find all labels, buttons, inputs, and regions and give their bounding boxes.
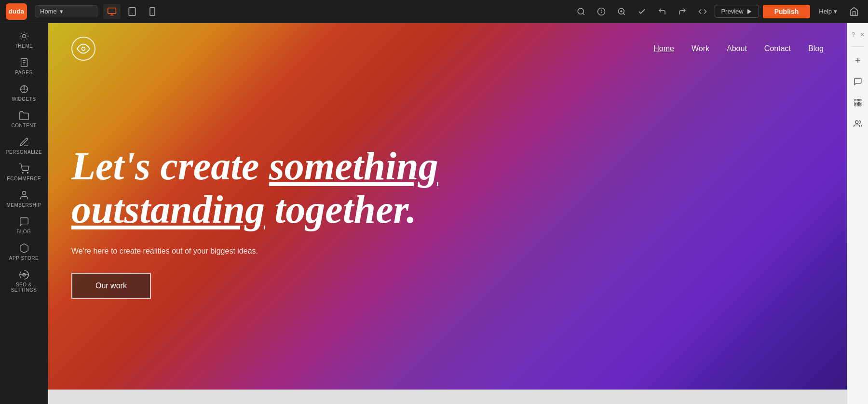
svg-point-17 bbox=[22, 34, 26, 38]
help-btn[interactable]: Help ▾ bbox=[814, 5, 842, 17]
sidebar-item-content[interactable]: CONTENT bbox=[2, 107, 46, 131]
svg-point-7 bbox=[578, 8, 584, 14]
blog-icon bbox=[19, 216, 29, 227]
right-panel: ? ✕ bbox=[847, 23, 868, 404]
help-chevron: ▾ bbox=[834, 8, 837, 15]
logo-text: duda bbox=[8, 8, 24, 15]
zoom-btn[interactable] bbox=[613, 3, 630, 20]
topbar-actions: Preview Publish Help ▾ bbox=[573, 3, 862, 20]
svg-rect-44 bbox=[857, 105, 858, 106]
nav-link-contact[interactable]: Contact bbox=[764, 44, 791, 53]
current-page-label: Home bbox=[40, 8, 57, 15]
hero-cta-label: Our work bbox=[95, 282, 127, 290]
site-logo[interactable] bbox=[71, 37, 95, 61]
sidebar-item-widgets[interactable]: WIDGETS bbox=[2, 80, 46, 105]
svg-point-30 bbox=[22, 172, 23, 173]
sidebar-item-personalize[interactable]: PERSONALIZE bbox=[2, 133, 46, 158]
hero-content: Let's create something outstanding toget… bbox=[71, 145, 438, 299]
svg-point-34 bbox=[82, 47, 85, 51]
panel-close-btn[interactable]: ✕ bbox=[858, 28, 867, 41]
sidebar-item-theme[interactable]: THEME bbox=[2, 27, 46, 52]
nav-link-work[interactable]: Work bbox=[692, 44, 709, 53]
check-btn[interactable] bbox=[634, 3, 650, 20]
home-btn[interactable] bbox=[846, 3, 862, 20]
app-store-icon bbox=[19, 243, 29, 254]
svg-rect-0 bbox=[108, 8, 116, 13]
sidebar-item-seo-settings-label: SEO & SETTINGS bbox=[4, 282, 44, 293]
publish-label: Publish bbox=[774, 8, 799, 15]
topbar: duda Home ▾ bbox=[0, 0, 868, 23]
sidebar-item-blog[interactable]: BLOG bbox=[2, 213, 46, 237]
canvas-area: Home Work About Contact Blog Let's creat… bbox=[48, 23, 847, 404]
panel-question-btn[interactable]: ? bbox=[849, 28, 857, 41]
svg-rect-38 bbox=[857, 99, 858, 101]
pages-icon bbox=[19, 57, 29, 68]
code-editor-btn[interactable] bbox=[694, 3, 711, 20]
svg-point-31 bbox=[27, 172, 28, 173]
panel-texture-btn[interactable] bbox=[849, 94, 867, 111]
svg-rect-43 bbox=[854, 105, 856, 106]
sidebar-item-membership-label: MEMBERSHIP bbox=[6, 202, 41, 208]
svg-line-13 bbox=[624, 13, 625, 14]
svg-rect-37 bbox=[854, 99, 856, 101]
panel-add-btn[interactable] bbox=[849, 52, 867, 69]
hero-section: Home Work About Contact Blog Let's creat… bbox=[48, 23, 847, 390]
help-label: Help bbox=[819, 8, 832, 15]
hero-headline: Let's create something outstanding toget… bbox=[71, 145, 438, 231]
desktop-device-btn[interactable] bbox=[103, 4, 121, 19]
hero-cta-button[interactable]: Our work bbox=[71, 273, 151, 299]
svg-marker-16 bbox=[747, 9, 751, 14]
headline-together: together. bbox=[265, 188, 416, 231]
left-sidebar: THEME PAGES WIDGETS bbox=[0, 23, 48, 404]
widgets-icon bbox=[19, 84, 29, 94]
tablet-device-btn[interactable] bbox=[123, 4, 141, 19]
svg-rect-18 bbox=[21, 59, 27, 67]
headline-something: something bbox=[269, 144, 438, 188]
sidebar-item-ecommerce[interactable]: ECOMMERCE bbox=[2, 160, 46, 184]
sidebar-item-widgets-label: WIDGETS bbox=[12, 96, 36, 102]
headline-part1: Let's create bbox=[71, 144, 269, 188]
theme-icon bbox=[19, 31, 29, 41]
eye-icon bbox=[77, 42, 90, 55]
main-area: THEME PAGES WIDGETS bbox=[0, 23, 868, 404]
device-switcher bbox=[103, 4, 161, 19]
svg-rect-42 bbox=[859, 102, 861, 104]
page-dropdown-chevron: ▾ bbox=[60, 8, 63, 15]
headline-outstanding: outstanding bbox=[71, 188, 265, 231]
sidebar-item-seo-settings[interactable]: SEO & SETTINGS bbox=[2, 266, 46, 296]
publish-btn[interactable]: Publish bbox=[763, 5, 811, 18]
undo-btn[interactable] bbox=[654, 3, 670, 20]
duda-logo[interactable]: duda bbox=[6, 3, 27, 20]
nav-link-home[interactable]: Home bbox=[653, 44, 674, 53]
content-icon bbox=[19, 110, 29, 121]
panel-chat-btn[interactable] bbox=[849, 73, 867, 90]
preview-label: Preview bbox=[721, 8, 743, 15]
sidebar-item-ecommerce-label: ECOMMERCE bbox=[7, 176, 41, 181]
seo-settings-icon bbox=[19, 269, 29, 280]
right-panel-header: ? ✕ bbox=[847, 27, 868, 42]
search-btn[interactable] bbox=[573, 3, 589, 20]
sidebar-item-content-label: CONTENT bbox=[12, 123, 37, 128]
svg-rect-39 bbox=[859, 99, 861, 101]
svg-point-32 bbox=[22, 191, 26, 195]
sidebar-item-membership[interactable]: MEMBERSHIP bbox=[2, 186, 46, 211]
nav-link-about[interactable]: About bbox=[727, 44, 747, 53]
panel-users-btn[interactable] bbox=[849, 115, 867, 133]
nav-link-blog[interactable]: Blog bbox=[808, 44, 824, 53]
personalize-icon bbox=[19, 137, 29, 148]
sidebar-item-blog-label: BLOG bbox=[17, 229, 31, 234]
hero-subtext: We're here to create realities out of yo… bbox=[71, 247, 438, 256]
sidebar-item-personalize-label: PERSONALIZE bbox=[6, 149, 42, 155]
sidebar-item-app-store-label: APP STORE bbox=[9, 256, 39, 261]
mobile-device-btn[interactable] bbox=[144, 4, 161, 19]
sidebar-item-app-store[interactable]: APP STORE bbox=[2, 239, 46, 264]
svg-line-8 bbox=[583, 13, 584, 14]
nav-links: Home Work About Contact Blog bbox=[653, 44, 824, 53]
page-selector[interactable]: Home ▾ bbox=[35, 5, 97, 17]
preview-btn[interactable]: Preview bbox=[715, 5, 759, 18]
sidebar-item-pages[interactable]: PAGES bbox=[2, 54, 46, 78]
info-btn[interactable] bbox=[593, 3, 610, 20]
svg-point-46 bbox=[855, 121, 858, 123]
sidebar-item-pages-label: PAGES bbox=[15, 70, 32, 75]
redo-btn[interactable] bbox=[674, 3, 691, 20]
